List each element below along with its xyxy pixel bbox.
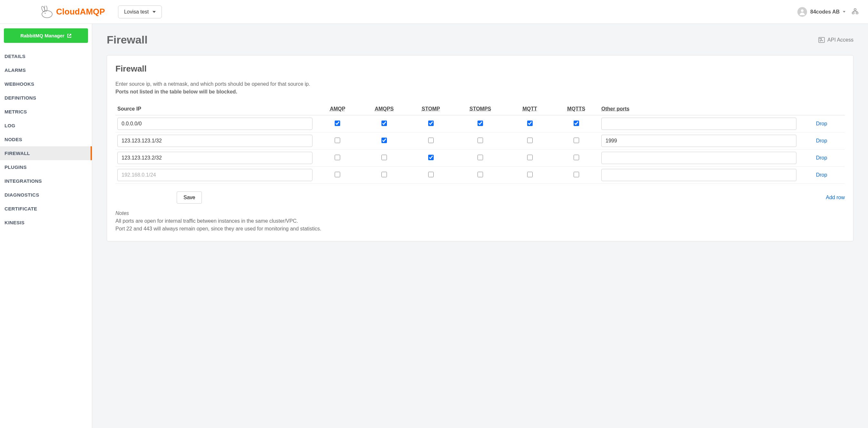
sidebar-item-plugins[interactable]: PLUGINS [0, 160, 92, 174]
description-line2: Ports not listed in the table below will… [116, 89, 237, 94]
instance-dropdown[interactable]: Lovisa test [118, 5, 162, 19]
logo[interactable]: CloudAMQP [39, 6, 105, 18]
stomp-checkbox[interactable] [428, 172, 434, 177]
stomp-checkbox[interactable] [428, 155, 434, 160]
source-ip-input[interactable] [117, 135, 312, 147]
description-line1: Enter source ip, with a netmask, and whi… [116, 81, 310, 87]
source-ip-input[interactable] [117, 169, 312, 181]
firewall-table: Source IP AMQP AMQPS STOMP STOMPS MQTT M… [116, 103, 845, 184]
mqtt-checkbox[interactable] [527, 121, 533, 126]
amqp-checkbox[interactable] [335, 121, 340, 126]
mqtts-checkbox[interactable] [574, 172, 579, 177]
api-access-link[interactable]: API Access [818, 37, 854, 43]
sidebar-item-integrations[interactable]: INTEGRATIONS [0, 174, 92, 188]
firewall-card: Firewall Enter source ip, with a netmask… [107, 55, 854, 241]
other-ports-input[interactable] [601, 152, 797, 164]
source-ip-input[interactable] [117, 152, 312, 164]
other-ports-input[interactable] [601, 118, 797, 130]
instance-label: Lovisa test [124, 9, 149, 15]
external-link-icon [67, 34, 71, 38]
notes-title: Notes [116, 210, 129, 216]
amqps-checkbox[interactable] [381, 121, 387, 126]
caret-down-icon [843, 11, 845, 12]
mqtts-checkbox[interactable] [574, 138, 579, 143]
th-amqps[interactable]: AMQPS [361, 103, 408, 116]
stomp-checkbox[interactable] [428, 138, 434, 143]
sidebar-item-kinesis[interactable]: KINESIS [0, 216, 92, 229]
svg-rect-5 [854, 9, 856, 10]
caret-down-icon [153, 11, 156, 13]
svg-point-4 [801, 9, 804, 12]
save-button[interactable]: Save [177, 192, 202, 204]
avatar-icon [797, 7, 807, 17]
stomps-checkbox[interactable] [477, 172, 483, 177]
card-title: Firewall [116, 64, 845, 74]
stomp-checkbox[interactable] [428, 121, 434, 126]
main-content: Firewall API Access Firewall Enter sourc… [92, 24, 868, 428]
table-row: Drop [116, 167, 845, 184]
th-amqp[interactable]: AMQP [314, 103, 361, 116]
stomps-checkbox[interactable] [477, 121, 483, 126]
sidebar-item-certificate[interactable]: CERTIFICATE [0, 202, 92, 216]
svg-rect-7 [856, 12, 858, 14]
mqtt-checkbox[interactable] [527, 155, 533, 160]
th-mqtts[interactable]: MQTTS [553, 103, 599, 116]
mqtt-checkbox[interactable] [527, 172, 533, 177]
other-ports-input[interactable] [601, 135, 797, 147]
notes-line1: All ports are open for internal traffic … [116, 218, 298, 224]
other-ports-input[interactable] [601, 169, 797, 181]
drop-link[interactable]: Drop [800, 138, 843, 144]
notes-line2: Port 22 and 443 will always remain open,… [116, 226, 321, 231]
drop-link[interactable]: Drop [800, 121, 843, 127]
mqtts-checkbox[interactable] [574, 121, 579, 126]
rabbit-icon [39, 6, 54, 18]
account-dropdown[interactable]: 84codes AB [797, 7, 845, 17]
th-stomps[interactable]: STOMPS [454, 103, 506, 116]
svg-point-9 [819, 38, 820, 39]
amqps-checkbox[interactable] [381, 172, 387, 177]
th-stomp[interactable]: STOMP [408, 103, 454, 116]
source-ip-input[interactable] [117, 118, 312, 130]
drop-link[interactable]: Drop [800, 155, 843, 161]
sidebar-item-log[interactable]: LOG [0, 119, 92, 132]
add-row-link[interactable]: Add row [826, 195, 845, 200]
sidebar-item-metrics[interactable]: METRICS [0, 105, 92, 119]
th-mqtt[interactable]: MQTT [506, 103, 553, 116]
account-label: 84codes AB [810, 9, 840, 15]
th-source-ip: Source IP [116, 103, 314, 116]
th-other[interactable]: Other ports [599, 103, 798, 116]
svg-rect-6 [852, 12, 854, 14]
rabbitmq-manager-label: RabbitMQ Manager [20, 33, 64, 38]
api-access-label: API Access [827, 37, 854, 43]
sidebar-item-details[interactable]: DETAILS [0, 49, 92, 63]
sidebar-item-nodes[interactable]: NODES [0, 132, 92, 146]
sidebar-item-diagnostics[interactable]: DIAGNOSTICS [0, 188, 92, 202]
mqtts-checkbox[interactable] [574, 155, 579, 160]
amqp-checkbox[interactable] [335, 155, 340, 160]
stomps-checkbox[interactable] [477, 155, 483, 160]
sidebar-item-firewall[interactable]: FIREWALL [0, 146, 92, 160]
drop-link[interactable]: Drop [800, 172, 843, 178]
api-icon [818, 37, 825, 43]
svg-point-3 [45, 12, 46, 13]
table-row: Drop [116, 150, 845, 167]
header: CloudAMQP Lovisa test 84codes AB [0, 0, 868, 24]
mqtt-checkbox[interactable] [527, 138, 533, 143]
table-row: Drop [116, 132, 845, 150]
sidebar-item-alarms[interactable]: ALARMS [0, 63, 92, 77]
stomps-checkbox[interactable] [477, 138, 483, 143]
sidebar: RabbitMQ Manager DETAILSALARMSWEBHOOKSDE… [0, 24, 92, 428]
sidebar-item-definitions[interactable]: DEFINITIONS [0, 91, 92, 105]
svg-point-10 [821, 38, 822, 39]
logo-text: CloudAMQP [56, 7, 105, 17]
rabbitmq-manager-button[interactable]: RabbitMQ Manager [4, 28, 88, 43]
cluster-icon[interactable] [852, 8, 858, 15]
amqps-checkbox[interactable] [381, 155, 387, 160]
amqps-checkbox[interactable] [381, 138, 387, 143]
table-row: Drop [116, 116, 845, 132]
sidebar-item-webhooks[interactable]: WEBHOOKS [0, 77, 92, 91]
amqp-checkbox[interactable] [335, 172, 340, 177]
page-title: Firewall [107, 34, 148, 46]
amqp-checkbox[interactable] [335, 138, 340, 143]
